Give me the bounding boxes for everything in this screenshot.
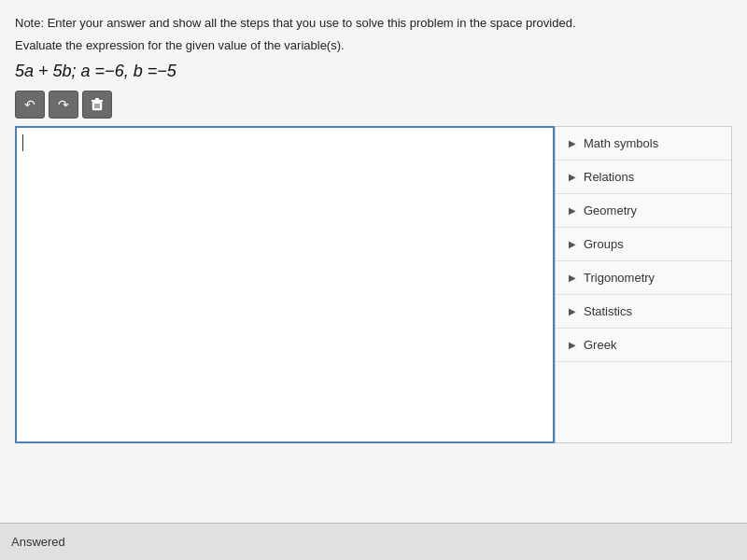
- note-line1: Note: Enter your answer and show all the…: [15, 15, 732, 32]
- chevron-right-icon: ▶: [569, 239, 576, 249]
- main-container: Note: Enter your answer and show all the…: [0, 0, 747, 523]
- editor-area: ▶Math symbols▶Relations▶Geometry▶Groups▶…: [15, 126, 732, 443]
- symbol-item-statistics[interactable]: ▶Statistics: [556, 295, 731, 329]
- chevron-right-icon: ▶: [569, 205, 576, 216]
- redo-button[interactable]: ↷: [49, 91, 78, 119]
- undo-button[interactable]: ↶: [15, 91, 45, 119]
- symbol-item-label: Trigonometry: [584, 271, 655, 285]
- expression-text: 5a + 5b; a =−6, b =−5: [15, 62, 732, 81]
- symbol-item-math-symbols[interactable]: ▶Math symbols: [556, 127, 731, 161]
- text-input[interactable]: [15, 126, 555, 443]
- svg-rect-2: [95, 98, 99, 100]
- symbol-item-label: Greek: [584, 338, 616, 352]
- symbol-item-geometry[interactable]: ▶Geometry: [556, 194, 731, 228]
- symbol-item-greek[interactable]: ▶Greek: [556, 329, 731, 362]
- text-cursor: [22, 134, 23, 151]
- answered-label: Answered: [11, 535, 65, 549]
- note-line2: Evaluate the expression for the given va…: [15, 37, 732, 54]
- chevron-right-icon: ▶: [569, 138, 576, 148]
- chevron-right-icon: ▶: [569, 306, 576, 316]
- trash-icon: [90, 97, 105, 112]
- symbol-item-label: Groups: [584, 237, 624, 251]
- symbol-item-groups[interactable]: ▶Groups: [556, 228, 731, 261]
- symbol-item-label: Geometry: [584, 203, 637, 217]
- clear-button[interactable]: [82, 91, 112, 119]
- symbol-item-trigonometry[interactable]: ▶Trigonometry: [556, 261, 731, 295]
- bottom-bar: Answered: [0, 523, 747, 560]
- chevron-right-icon: ▶: [569, 340, 576, 350]
- symbol-item-relations[interactable]: ▶Relations: [556, 161, 731, 194]
- chevron-right-icon: ▶: [569, 172, 576, 182]
- svg-rect-1: [92, 100, 103, 102]
- symbol-item-label: Math symbols: [584, 136, 658, 150]
- symbol-item-label: Statistics: [584, 304, 632, 318]
- symbols-panel: ▶Math symbols▶Relations▶Geometry▶Groups▶…: [555, 126, 732, 443]
- chevron-right-icon: ▶: [569, 273, 576, 283]
- symbol-item-label: Relations: [584, 170, 634, 184]
- toolbar: ↶ ↷: [15, 91, 732, 119]
